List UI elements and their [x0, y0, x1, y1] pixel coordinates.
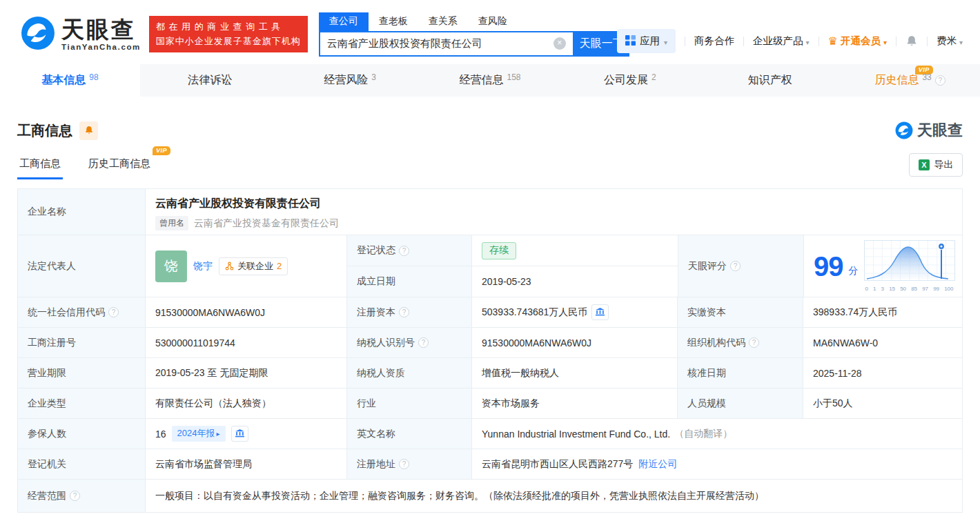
table-row: 企业名称 云南省产业股权投资有限责任公司 曾用名 云南省产业投资基金有限责任公司 [18, 189, 962, 235]
avatar[interactable]: 饶 [155, 250, 187, 282]
subtab-history-business-info[interactable]: 历史工商信息 VIP [86, 153, 153, 179]
tab-intellectual-property[interactable]: 知识产权 [700, 64, 840, 97]
apps-menu[interactable]: 应用 [617, 29, 676, 53]
brand-name: 天眼查 [61, 18, 141, 41]
bank-icon [596, 308, 605, 317]
table-row: 企业类型 有限责任公司（法人独资） 行业 资本市场服务 人员规模 小于50人 [18, 389, 962, 419]
status-badge: 存续 [482, 242, 516, 259]
field-value: 小于50人 [803, 389, 962, 418]
brand-domain: TianYanCha.com [61, 43, 141, 51]
tianyancha-logo-icon [21, 16, 55, 53]
field-value: 530000011019744 [146, 328, 347, 357]
nav-open-vip[interactable]: ♛ 开通会员 [828, 35, 887, 48]
section-subtabs: 工商信息 历史工商信息 VIP X 导出 [17, 153, 963, 180]
search-input[interactable] [320, 38, 553, 50]
field-label: 核准日期 [678, 358, 803, 388]
main-content: 工商信息 天眼查 工商信息 历史工商信息 VIP X 导出 企业名称 [0, 120, 980, 513]
apps-label: 应用 [640, 35, 660, 48]
chevron-down-icon [806, 36, 810, 47]
clear-icon[interactable] [553, 37, 566, 50]
vip-badge: VIP [153, 146, 170, 155]
subscribe-bell-button[interactable] [79, 121, 98, 140]
score-distribution-chart: 0131550859799100 [864, 240, 955, 292]
search-tabs: 查公司 查老板 查关系 查风险 [319, 12, 629, 31]
field-value: 503933.743681万人民币 [472, 297, 678, 327]
table-row: 工商注册号 530000011019744 纳税人识别号 91530000MA6… [18, 328, 962, 358]
capital-chart-button[interactable] [591, 304, 609, 320]
network-icon [225, 262, 234, 271]
field-label: 经营范围 [18, 480, 146, 512]
search-tab-risk[interactable]: 查风险 [468, 12, 518, 31]
field-value: 91530000MA6NWA6W0J [146, 297, 347, 327]
field-label: 注册资本 [347, 297, 472, 327]
username: 费米 [937, 35, 957, 48]
field-value: 增值税一般纳税人 [472, 358, 678, 388]
tab-history-info[interactable]: VIP 历史信息 33 [840, 64, 980, 97]
field-label: 工商注册号 [18, 328, 146, 357]
annual-report-link[interactable]: 2024年报 [172, 426, 226, 442]
search-tab-company[interactable]: 查公司 [319, 12, 369, 31]
tab-operation-risk[interactable]: 经营风险3 [280, 64, 420, 97]
field-label: 人员规模 [678, 389, 803, 418]
field-value: 云南省市场监督管理局 [146, 449, 347, 479]
field-label: 参保人数 [18, 419, 146, 449]
field-label: 成立日期 [347, 266, 472, 297]
field-value: MA6NWA6W-0 [803, 328, 962, 357]
crown-icon: ♛ [828, 35, 838, 48]
tab-legal-proceedings[interactable]: 法律诉讼 [140, 64, 280, 97]
help-icon[interactable] [935, 75, 945, 86]
field-label: 登记状态 [347, 235, 472, 266]
field-value: 398933.74万人民币 [803, 297, 962, 327]
related-companies-badge[interactable]: 关联企业 2 [219, 257, 288, 275]
field-label: 天眼评分 [678, 235, 804, 297]
nav-enterprise-products[interactable]: 企业级产品 [753, 35, 810, 48]
header-nav: 应用 商务合作 企业级产品 ♛ 开通会员 费米 [617, 29, 963, 53]
section-title: 工商信息 [17, 121, 72, 140]
field-label: 纳税人识别号 [347, 328, 472, 357]
insured-chart-button[interactable] [231, 426, 248, 442]
export-button[interactable]: X 导出 [909, 153, 963, 177]
tab-basic-info[interactable]: 基本信息98 [0, 64, 140, 97]
search-tab-relation[interactable]: 查关系 [418, 12, 468, 31]
registered-address: 云南省昆明市西山区人民西路277号 [482, 458, 633, 471]
help-icon[interactable] [108, 307, 119, 317]
help-icon[interactable] [399, 246, 409, 256]
field-label: 实缴资本 [678, 297, 803, 327]
english-name: Yunnan Industrial Investment Fund Co., L… [482, 429, 670, 440]
help-icon[interactable] [399, 459, 409, 469]
field-value: Yunnan Industrial Investment Fund Co., L… [472, 419, 962, 449]
field-label: 统一社会信用代码 [18, 297, 146, 327]
notification-bell[interactable] [905, 35, 918, 48]
search-box [319, 31, 574, 57]
bell-icon [84, 126, 94, 135]
nav-cooperation[interactable]: 商务合作 [694, 35, 734, 48]
help-icon[interactable] [730, 261, 741, 271]
field-label: 纳税人资质 [347, 358, 472, 388]
help-icon[interactable] [70, 491, 80, 501]
divider [685, 37, 685, 46]
help-icon[interactable] [749, 337, 759, 348]
tianyancha-logo[interactable]: 天眼查 TianYanCha.com [21, 16, 141, 53]
subtab-business-info[interactable]: 工商信息 [17, 153, 63, 179]
user-menu[interactable]: 费米 [937, 35, 963, 48]
help-icon[interactable] [418, 337, 429, 348]
table-row: 统一社会信用代码 91530000MA6NWA6W0J 注册资本 503933.… [18, 297, 962, 328]
svg-text:X: X [921, 161, 927, 169]
divider [743, 37, 744, 46]
search-tab-boss[interactable]: 查老板 [369, 12, 418, 31]
legal-rep-cell: 饶 饶宇 关联企业 2 [146, 235, 347, 297]
apps-grid-icon [625, 35, 636, 48]
excel-icon: X [919, 159, 930, 170]
business-scope: 一般项目：以自有资金从事投资活动；企业管理；融资咨询服务；财务咨询。（除依法须经… [146, 480, 962, 512]
tab-company-development[interactable]: 公司发展2 [560, 64, 700, 97]
tab-operation-info[interactable]: 经营信息158 [420, 64, 560, 97]
table-row: 经营范围 一般项目：以自有资金从事投资活动；企业管理；融资咨询服务；财务咨询。（… [18, 480, 962, 512]
table-row: 营业期限 2019-05-23 至 无固定期限 纳税人资质 增值税一般纳税人 核… [18, 358, 962, 389]
field-label: 登记机关 [18, 449, 146, 479]
field-value: 2025-11-28 [803, 358, 962, 388]
legal-rep-link[interactable]: 饶宇 [193, 260, 213, 273]
help-icon[interactable] [399, 307, 409, 317]
insured-count: 16 [155, 429, 166, 440]
nearby-companies-link[interactable]: 附近公司 [638, 458, 677, 471]
field-value: 2019-05-23 至 无固定期限 [146, 358, 347, 388]
